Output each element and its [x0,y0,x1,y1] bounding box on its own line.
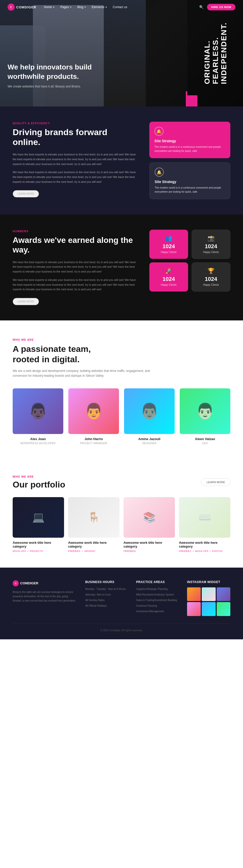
logo-icon: C [8,4,15,11]
footer-instagram-grid [187,587,230,616]
ptag-dot-0-0: • [28,550,28,552]
ptag-3-1: MOCK-UPS [195,550,209,552]
card-site-strategy-2: 🔔 Site Strategy The modern world is in a… [149,162,230,199]
portfolio-item-1[interactable]: 🪑 Awesome work title here category FREEB… [68,497,119,552]
hire-button[interactable]: HIRE US NOW [207,4,235,10]
ptag-1-1: GRAPHIC [84,550,96,552]
portfolio-item-tags-3: FREEBIES • MOCK-UPS • PHOTOS [179,550,230,552]
driving-left: Quality & Efficiency Driving brands forw… [13,122,137,197]
footer-logo-icon: C [13,580,19,586]
portfolio-section: Who we are Our portfolio LEARN MORE 💻 Aw… [0,462,243,567]
nav-home[interactable]: Home ▼ [44,5,55,9]
instagram-thumb-1[interactable] [202,587,215,601]
thumb-inner-1: 🪑 [68,497,119,538]
logo-text: COMDIGER [16,5,36,9]
hero-title: We help innovators build worthwhile prod… [8,63,114,81]
ptag-dot-3-0: • [193,550,194,552]
stat-card-1: 📸 1024 Happy Clients [192,230,230,259]
team-role-3: CEO [180,442,230,445]
search-icon[interactable]: 🔍 [199,5,204,9]
footer-brand: C COMDIGER Bring to the table win-win su… [13,580,78,616]
driving-text-2: We have the best experts to elevate your… [13,170,137,184]
footer-copyright: © 2022 Comdigra. All rights reserved. [13,629,230,632]
chevron-down-icon: ▼ [53,6,55,8]
instagram-thumb-2[interactable] [217,587,230,601]
portfolio-item-title-2: Awesome work title here category [124,541,175,548]
footer-hours-title: Business Hours [85,580,129,584]
ptag-3-2: PHOTOS [212,550,222,552]
awards-text-2: We have the best experts to elevate your… [13,278,137,292]
portfolio-learn-more[interactable]: LEARN MORE [201,478,230,486]
hero-pink-block [186,95,198,106]
thumb-inner-2: 📚 [124,497,175,538]
portfolio-item-3[interactable]: ⌨️ Awesome work title here category FREE… [179,497,230,552]
instagram-thumb-3[interactable] [187,602,201,616]
instagram-thumb-0[interactable] [187,587,201,601]
footer-practice-item-2: Sales & Trading/Investment Banking [136,598,179,602]
footer-bottom: © 2022 Comdigra. All rights reserved. [13,624,230,632]
team-avatar-3: 👨🏻 [180,389,230,434]
footer-practice-item-0: Litigation/Strategic Planning [136,587,179,591]
footer-practice-item-4: Investment Management [136,610,179,613]
team-avatar-2: 👨🏽 [124,389,175,434]
card-title-1: Site Strategy [154,139,225,143]
portfolio-thumb-3: ⌨️ [179,497,230,538]
hero-subtitle: We create websites that have it all: Bea… [8,84,114,89]
awards-left: Numbers Awards we've earned along the wa… [13,230,137,305]
footer-hours-item-4: All Official Holidays [85,604,129,608]
driving-cards: 🔔 Site Strategy The modern world is in a… [149,122,230,199]
portfolio-item-tags-0: MOCK-UPS • PROJECTS [13,550,64,552]
nav-pages[interactable]: Pages ▼ [60,5,72,9]
nav-contact[interactable]: Contact us [113,5,127,9]
footer-practice-item-3: Construct Housing [136,604,179,608]
stat-icon-2: 🚀 [165,268,172,274]
ptag-dot-1-0: • [82,550,83,552]
footer-hours-item-0: Monday - Tuesday : 9am to 5:30 pm [85,587,129,591]
stat-label-3: Happy Clients [203,283,219,286]
stat-number-2: 1024 [163,276,175,282]
nav-elements[interactable]: Elements ▼ [92,5,107,9]
portfolio-item-0[interactable]: 💻 Awesome work title here category MOCK-… [13,497,64,552]
footer-grid: C COMDIGER Bring to the table win-win su… [13,580,230,616]
team-member-3: 👨🏻 Aleen Valzao CEO [180,389,230,445]
portfolio-tag: Who we are [13,475,65,478]
stat-card-2: 🚀 1024 Happy Clients [149,262,188,291]
nav-links: Home ▼ Pages ▼ Blog ▼ Elements ▼ Contact… [44,5,127,9]
footer-col-hours: Business Hours Monday - Tuesday : 9am to… [85,580,129,616]
navigation: C COMDIGER Home ▼ Pages ▼ Blog ▼ Element… [0,0,243,14]
awards-text-1: We have the best experts to elevate your… [13,260,137,274]
portfolio-thumb-0: 💻 [13,497,64,538]
footer-description: Bring to the table win-win survival stra… [13,590,78,603]
chevron-down-icon: ▼ [105,6,107,8]
avatar-face-3: 👨🏻 [180,389,230,434]
team-grid: 👨🏿 Alex Joan Wordpress Developer 👨 John … [13,389,230,445]
ptag-1-0: FREEBIES [68,550,80,552]
team-member-0: 👨🏿 Alex Joan Wordpress Developer [13,389,63,445]
footer-logo-text: COMDIGER [20,581,38,585]
portfolio-item-2[interactable]: 📚 Awesome work title here category FREEB… [124,497,175,552]
team-name-0: Alex Joan [13,437,63,441]
hero-section: We help innovators build worthwhile prod… [0,0,243,106]
instagram-thumb-5[interactable] [217,602,230,616]
site-logo[interactable]: C COMDIGER [8,4,36,11]
instagram-thumb-4[interactable] [202,602,215,616]
card-text-2: The modern world is in a continuous move… [155,186,225,194]
team-avatar-0: 👨🏿 [13,389,63,434]
thumb-inner-3: ⌨️ [179,497,230,538]
awards-title: Awards we've earned along the way. [13,235,137,255]
team-avatar-1: 👨 [68,389,119,434]
portfolio-item-title-1: Awesome work title here category [68,541,119,548]
ptag-3-0: FREEBIES [179,550,192,552]
portfolio-thumb-2: 📚 [124,497,175,538]
nav-blog[interactable]: Blog ▼ [77,5,86,9]
footer-practice-item-1: M&A Resolution/Judiciary System [136,593,179,596]
team-name-3: Aleen Valzao [180,437,230,441]
driving-learn-more[interactable]: LEARN MORE [13,190,39,197]
team-section: Who we are A passionate team, rooted in … [0,320,243,462]
footer: C COMDIGER Bring to the table win-win su… [0,567,243,639]
team-name-2: Amine Jazouli [124,437,175,441]
team-role-0: Wordpress Developer [13,442,63,445]
stat-icon-0: 👥 [165,235,172,242]
awards-learn-more[interactable]: LEARN MORE [13,298,39,305]
ptag-0-0: MOCK-UPS [13,550,26,552]
